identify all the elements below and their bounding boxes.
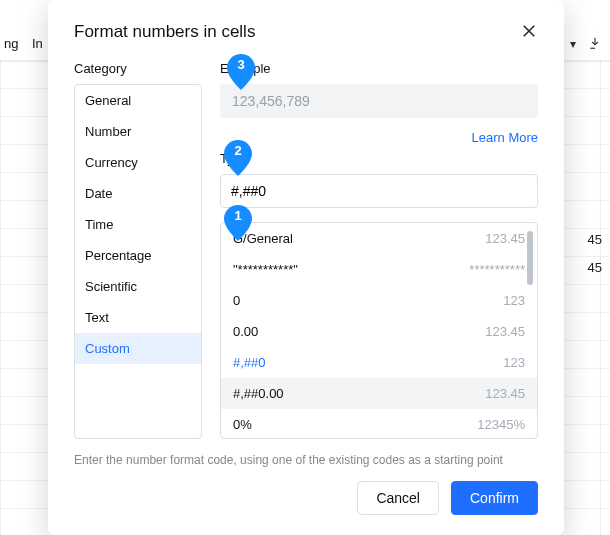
cell-value: 45 xyxy=(588,253,610,281)
format-preview: 123 xyxy=(503,355,525,370)
category-item-text[interactable]: Text xyxy=(75,302,201,333)
category-column: Category General Number Currency Date Ti… xyxy=(74,61,202,439)
format-preview: 123.45 xyxy=(485,324,525,339)
format-code: 0 xyxy=(233,293,240,308)
type-input-wrapper[interactable] xyxy=(220,174,538,208)
category-item-time[interactable]: Time xyxy=(75,209,201,240)
format-preview: 123 xyxy=(503,293,525,308)
cell-value: 45 xyxy=(588,225,610,253)
dialog-footer: Cancel Confirm xyxy=(74,481,538,515)
close-icon xyxy=(520,22,538,40)
type-input[interactable] xyxy=(231,183,527,199)
format-item[interactable]: #,##0123 xyxy=(221,347,537,378)
format-preview: 123.45 xyxy=(485,231,525,246)
format-item[interactable]: 0.00123.45 xyxy=(221,316,537,347)
visible-cell-values: 45 45 xyxy=(588,225,610,281)
type-label: Type xyxy=(220,151,538,166)
format-code: 0.00 xyxy=(233,324,258,339)
format-item[interactable]: 0%12345% xyxy=(221,409,537,438)
dialog-title: Format numbers in cells xyxy=(74,22,255,42)
format-item[interactable]: "***********"*********** xyxy=(221,254,537,285)
format-preview: 123.45 xyxy=(485,386,525,401)
close-button[interactable] xyxy=(520,22,538,43)
format-list-scrollbar[interactable] xyxy=(527,231,533,285)
dropdown-caret[interactable]: ▾ xyxy=(570,36,576,50)
format-code-list: G/General123.45 "***********"***********… xyxy=(220,222,538,439)
toolbar-right-fragment: ▾ xyxy=(570,36,602,50)
learn-more-link[interactable]: Learn More xyxy=(472,130,538,145)
format-code: 0% xyxy=(233,417,252,432)
category-item-percentage[interactable]: Percentage xyxy=(75,240,201,271)
dialog-hint: Enter the number format code, using one … xyxy=(74,453,538,467)
example-output: 123,456,789 xyxy=(220,84,538,118)
category-item-date[interactable]: Date xyxy=(75,178,201,209)
category-item-currency[interactable]: Currency xyxy=(75,147,201,178)
toolbar-icon[interactable] xyxy=(588,36,602,50)
format-code: G/General xyxy=(233,231,293,246)
category-item-general[interactable]: General xyxy=(75,85,201,116)
cancel-button[interactable]: Cancel xyxy=(357,481,439,515)
format-code: #,##0 xyxy=(233,355,266,370)
format-column: Example 123,456,789 Learn More Type G/Ge… xyxy=(220,61,538,439)
toolbar-text-fragment: ng xyxy=(4,36,18,51)
format-item[interactable]: G/General123.45 xyxy=(221,223,537,254)
confirm-button[interactable]: Confirm xyxy=(451,481,538,515)
format-code: "***********" xyxy=(233,262,298,277)
format-item[interactable]: 0123 xyxy=(221,285,537,316)
toolbar-text-fragment: In xyxy=(32,36,43,51)
category-label: Category xyxy=(74,61,202,76)
category-list: General Number Currency Date Time Percen… xyxy=(74,84,202,439)
format-preview: 12345% xyxy=(477,417,525,432)
format-preview: *********** xyxy=(469,262,525,277)
format-numbers-dialog: Format numbers in cells Category General… xyxy=(48,0,564,535)
format-code: #,##0.00 xyxy=(233,386,284,401)
category-item-number[interactable]: Number xyxy=(75,116,201,147)
category-item-custom[interactable]: Custom xyxy=(75,333,201,364)
category-item-scientific[interactable]: Scientific xyxy=(75,271,201,302)
example-label: Example xyxy=(220,61,538,76)
format-item[interactable]: #,##0.00123.45 xyxy=(221,378,537,409)
